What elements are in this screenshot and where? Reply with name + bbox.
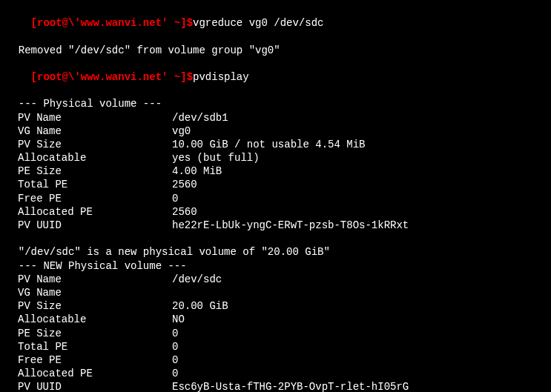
pv1-pe-size: PE Size 4.00 MiB [6, 165, 545, 178]
field-value: vg0 [172, 124, 545, 138]
terminal[interactable]: [root@\'www.wanvi.net' ~]$vgreduce vg0 /… [6, 3, 545, 392]
output-removed: Removed "/dev/sdc" from volume group "vg… [6, 44, 545, 57]
field-label: VG Name [6, 286, 172, 299]
field-label: PV Name [6, 111, 172, 124]
pv2-pv-size: PV Size 20.00 GiB [6, 299, 545, 313]
pv2-free-pe: Free PE 0 [6, 353, 545, 367]
pv1-pv-size: PV Size 10.00 GiB / not usable 4.54 MiB [6, 138, 545, 151]
field-label: Free PE [6, 192, 172, 205]
field-value [172, 286, 545, 299]
field-value: 0 [172, 367, 545, 380]
pv2-vg-name: VG Name [6, 286, 545, 299]
pv2-pv-uuid: PV UUID Esc6yB-Usta-fTHG-2PYB-OvpT-rlet-… [6, 380, 545, 392]
pv1-vg-name: VG Name vg0 [6, 124, 545, 138]
blank-line [6, 232, 545, 245]
field-value: 0 [172, 340, 545, 353]
pv1-allocated-pe: Allocated PE 2560 [6, 205, 545, 219]
pv1-allocatable: Allocatable yes (but full) [6, 151, 545, 165]
field-label: Free PE [6, 353, 172, 367]
pv2-allocated-pe: Allocated PE 0 [6, 367, 545, 380]
field-value: Esc6yB-Usta-fTHG-2PYB-OvpT-rlet-hI05rG [172, 380, 545, 392]
field-label: Allocated PE [6, 367, 172, 380]
field-value: NO [172, 313, 545, 326]
prompt-user-host: [root@\'www.wanvi.net' ~]$ [31, 17, 193, 29]
field-value: 20.00 GiB [172, 299, 545, 313]
field-label: PV UUID [6, 219, 172, 232]
field-value: 10.00 GiB / not usable 4.54 MiB [172, 138, 545, 151]
pv1-free-pe: Free PE 0 [6, 192, 545, 205]
command-line-2: [root@\'www.wanvi.net' ~]$pvdisplay [6, 57, 545, 98]
field-value: 4.00 MiB [172, 165, 545, 178]
field-label: Total PE [6, 340, 172, 353]
field-label: PV Size [6, 299, 172, 313]
prompt-user-host: [root@\'www.wanvi.net' ~]$ [31, 71, 193, 83]
field-value: 0 [172, 327, 545, 340]
command-text: pvdisplay [193, 71, 249, 83]
field-label: PV Name [6, 273, 172, 286]
pv1-header: --- Physical volume --- [6, 97, 545, 110]
field-label: PV Size [6, 138, 172, 151]
field-value: he22rE-LbUk-yngC-ERwT-pzsb-T8Os-1kRRxt [172, 219, 545, 232]
pv2-header: --- NEW Physical volume --- [6, 259, 545, 273]
pv2-pe-size: PE Size 0 [6, 327, 545, 340]
pv2-allocatable: Allocatable NO [6, 313, 545, 326]
field-label: VG Name [6, 124, 172, 138]
field-label: Allocatable [6, 151, 172, 165]
field-label: Allocated PE [6, 205, 172, 219]
field-label: PE Size [6, 165, 172, 178]
command-line-1: [root@\'www.wanvi.net' ~]$vgreduce vg0 /… [6, 3, 545, 44]
pv1-total-pe: Total PE 2560 [6, 178, 545, 191]
field-label: PE Size [6, 327, 172, 340]
pv2-pv-name: PV Name /dev/sdc [6, 273, 545, 286]
field-value: /dev/sdb1 [172, 111, 545, 124]
field-value: 0 [172, 192, 545, 205]
field-value: 2560 [172, 205, 545, 219]
field-value: /dev/sdc [172, 273, 545, 286]
pv2-total-pe: Total PE 0 [6, 340, 545, 353]
field-label: Allocatable [6, 313, 172, 326]
field-value: yes (but full) [172, 151, 545, 165]
field-value: 0 [172, 353, 545, 367]
command-text: vgreduce vg0 /dev/sdc [193, 17, 323, 29]
field-label: Total PE [6, 178, 172, 191]
field-value: 2560 [172, 178, 545, 191]
new-pv-notice: "/dev/sdc" is a new physical volume of "… [6, 245, 545, 259]
pv1-pv-name: PV Name /dev/sdb1 [6, 111, 545, 124]
field-label: PV UUID [6, 380, 172, 392]
pv1-pv-uuid: PV UUID he22rE-LbUk-yngC-ERwT-pzsb-T8Os-… [6, 219, 545, 232]
